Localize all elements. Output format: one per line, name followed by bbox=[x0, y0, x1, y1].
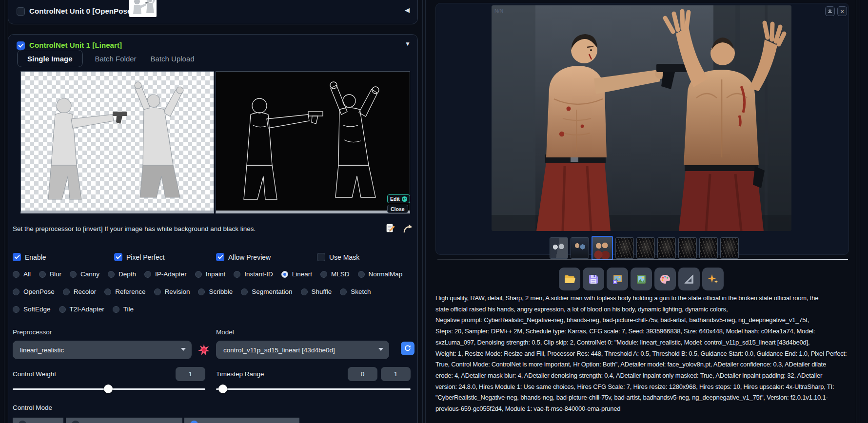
thumbnail-9[interactable] bbox=[720, 237, 739, 259]
control-weight-slider-handle[interactable] bbox=[104, 385, 113, 393]
generated-image[interactable] bbox=[492, 5, 791, 231]
download-image-button[interactable] bbox=[825, 6, 835, 16]
tab-batch-upload[interactable]: Batch Upload bbox=[151, 55, 195, 63]
control-type-sketch[interactable]: Sketch bbox=[340, 288, 371, 295]
control-type-ip-adapter[interactable]: IP-Adapter bbox=[144, 270, 187, 278]
control-type-instant-id[interactable]: Instant-ID bbox=[234, 270, 273, 278]
save-zip-button[interactable] bbox=[607, 268, 628, 290]
control-type-canny[interactable]: Canny bbox=[70, 270, 99, 278]
thumbnail-6[interactable] bbox=[657, 237, 676, 259]
send-to-inpaint-button[interactable] bbox=[654, 268, 676, 290]
scrollbar-track[interactable] bbox=[860, 0, 860, 423]
unit1-expand-icon[interactable]: ▼ bbox=[405, 40, 411, 47]
thumbnail-2[interactable] bbox=[571, 237, 589, 259]
allow-preview-checkbox[interactable] bbox=[216, 253, 224, 261]
enable-option[interactable]: Enable bbox=[13, 253, 114, 261]
control-type-openpose[interactable]: OpenPose bbox=[13, 288, 55, 295]
hires-upscale-button[interactable] bbox=[702, 268, 724, 290]
model-dropdown[interactable]: control_v11p_sd15_lineart [43d4be0d] bbox=[216, 341, 389, 359]
generation-info-line: True, Control Mode: ControlNet is more i… bbox=[435, 359, 856, 370]
timestep-end-value[interactable]: 1 bbox=[381, 367, 411, 381]
run-preprocessor-icon[interactable] bbox=[402, 223, 414, 236]
tab-single-image[interactable]: Single Image bbox=[17, 50, 83, 67]
radio-icon bbox=[19, 421, 26, 423]
save-image-button[interactable] bbox=[583, 268, 604, 290]
control-type-tile[interactable]: Tile bbox=[113, 306, 134, 313]
close-preview-button[interactable]: Close bbox=[387, 205, 408, 213]
thumbnail-8[interactable] bbox=[699, 237, 718, 259]
control-mode-controlnet-important[interactable] bbox=[184, 418, 299, 423]
preprocessor-dropdown[interactable]: lineart_realistic bbox=[13, 341, 192, 359]
open-output-folder-button[interactable] bbox=[559, 268, 580, 290]
send-to-img2img-button[interactable] bbox=[631, 268, 652, 290]
source-image-pane[interactable] bbox=[20, 71, 214, 213]
memo-icon[interactable] bbox=[385, 223, 395, 235]
generation-info-line: High quality, RAW, detail, Sharp, 2 men,… bbox=[435, 293, 856, 304]
allow-preview-option[interactable]: Allow Preview bbox=[216, 253, 317, 261]
control-weight-value[interactable]: 1 bbox=[176, 367, 205, 381]
folder-icon bbox=[564, 273, 575, 285]
generation-info-line: Steps: 20, Sampler: DPM++ 2M, Schedule t… bbox=[435, 326, 856, 337]
control-type-scribble[interactable]: Scribble bbox=[198, 288, 233, 295]
close-image-button[interactable]: × bbox=[837, 6, 847, 16]
unit1-enable-checkbox[interactable] bbox=[17, 41, 25, 50]
pixel-perfect-option[interactable]: Pixel Perfect bbox=[114, 253, 216, 261]
unit0-enable-checkbox[interactable] bbox=[17, 7, 25, 16]
thumbnail-7[interactable] bbox=[678, 237, 697, 259]
thumbnail-4[interactable] bbox=[615, 237, 634, 259]
refresh-models-button[interactable] bbox=[401, 342, 414, 355]
tab-batch-folder[interactable]: Batch Folder bbox=[95, 55, 137, 63]
control-type-recolor[interactable]: Recolor bbox=[63, 288, 97, 295]
control-type-segmentation[interactable]: Segmentation bbox=[241, 288, 292, 295]
control-type-lineart[interactable]: Lineart bbox=[281, 270, 312, 278]
panel-border-line bbox=[4, 0, 4, 423]
generation-info-line: Weight: 1, Resize Mode: Resize and Fill,… bbox=[435, 348, 856, 360]
generation-info-line: state official raised his hands, angry e… bbox=[435, 304, 856, 315]
control-type-row-2: OpenPose Recolor Reference Revision Scri… bbox=[13, 288, 371, 295]
panel-border-line bbox=[422, 0, 423, 423]
radio-icon bbox=[72, 421, 79, 423]
control-type-shuffle[interactable]: Shuffle bbox=[301, 288, 332, 295]
control-type-blur[interactable]: Blur bbox=[39, 270, 61, 278]
unit0-collapse-icon[interactable]: ◀ bbox=[405, 6, 410, 14]
unit1-title: ControlNet Unit 1 [Lineart] bbox=[29, 41, 122, 49]
timestep-range-slider-handle[interactable] bbox=[218, 385, 227, 393]
unit0-title: ControlNet Unit 0 [OpenPose] bbox=[29, 7, 134, 15]
control-weight-slider[interactable] bbox=[13, 385, 205, 393]
control-type-row-1: All Blur Canny Depth IP-Adapter Inpaint … bbox=[13, 270, 402, 278]
picture-icon bbox=[635, 273, 647, 285]
model-label: Model bbox=[216, 328, 234, 336]
preprocessor-preview-pane[interactable] bbox=[216, 71, 410, 213]
scrollbar-track[interactable] bbox=[856, 0, 856, 423]
edit-in-photopea-button[interactable]: Edit P bbox=[387, 194, 410, 203]
thumbnail-3-selected[interactable] bbox=[592, 236, 613, 260]
enable-checkbox[interactable] bbox=[13, 253, 21, 261]
control-mode-prompt-important[interactable] bbox=[66, 418, 182, 423]
image-preview-area: Edit P Close bbox=[20, 71, 410, 216]
thumbnail-1[interactable] bbox=[550, 237, 568, 259]
control-type-depth[interactable]: Depth bbox=[108, 270, 136, 278]
send-to-extras-button[interactable] bbox=[678, 268, 700, 290]
control-type-all[interactable]: All bbox=[13, 270, 31, 278]
run-preprocessor-burst-icon[interactable] bbox=[197, 344, 210, 358]
use-mask-checkbox[interactable] bbox=[317, 253, 325, 261]
pixel-perfect-checkbox[interactable] bbox=[114, 253, 122, 261]
source-sketch bbox=[21, 72, 214, 210]
gallery-divider bbox=[437, 259, 848, 260]
control-type-reference[interactable]: Reference bbox=[104, 288, 145, 295]
timestep-range-slider[interactable] bbox=[216, 385, 411, 393]
control-type-revision[interactable]: Revision bbox=[154, 288, 190, 295]
control-type-normalmap[interactable]: NormalMap bbox=[358, 270, 403, 278]
timestep-start-value[interactable]: 0 bbox=[348, 367, 377, 381]
preprocessor-label: Preprocessor bbox=[13, 328, 52, 336]
control-mode-balanced[interactable] bbox=[13, 418, 63, 423]
control-type-softedge[interactable]: SoftEdge bbox=[13, 306, 51, 313]
use-mask-option[interactable]: Use Mask bbox=[317, 253, 409, 261]
control-type-mlsd[interactable]: MLSD bbox=[320, 270, 350, 278]
unit0-thumbnail[interactable] bbox=[129, 0, 157, 17]
generation-info-line: version: 24.8.0, Hires Module 1: Use sam… bbox=[435, 382, 856, 393]
control-type-t2i-adapter[interactable]: T2I-Adapter bbox=[59, 306, 104, 313]
photopea-icon: P bbox=[402, 196, 407, 202]
control-type-inpaint[interactable]: Inpaint bbox=[195, 270, 226, 278]
thumbnail-5[interactable] bbox=[636, 237, 655, 259]
